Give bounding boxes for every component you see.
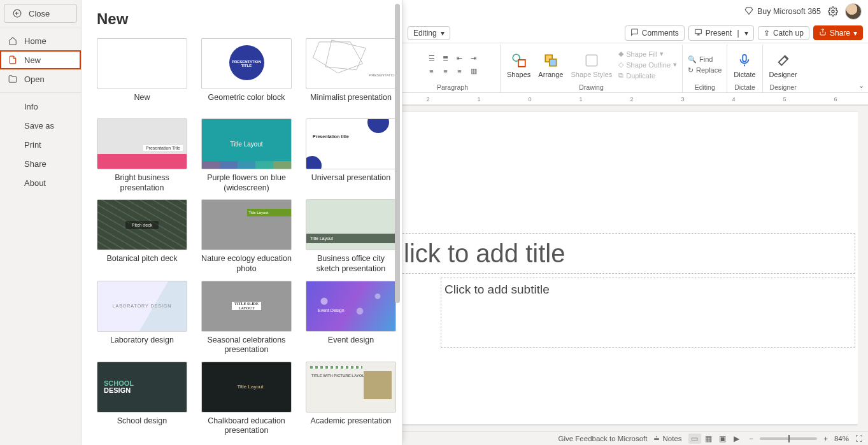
close-button[interactable]: Close [4,4,77,23]
arrange-button[interactable]: Arrange [536,50,566,80]
shape-styles-button[interactable]: Shape Styles [568,50,615,80]
shape-fill-button[interactable]: ◆Shape Fill ▾ [617,49,678,59]
replace-button[interactable]: ↻Replace [687,66,723,75]
share-icon [819,28,827,38]
ribbon-expand-chevron-icon[interactable]: ⌄ [858,81,864,90]
indent-decrease-icon[interactable]: ⇤ [454,53,466,64]
template-school[interactable]: SCHOOLDESIGN School design [97,362,187,436]
catchup-label: Catch up [773,29,804,38]
shapes-icon [510,52,528,69]
feedback-link[interactable]: Give Feedback to Microsoft [559,435,648,442]
svg-text:5: 5 [783,96,786,102]
slide[interactable]: lick to add title Click to add subtitle [402,112,868,424]
normal-view-icon[interactable]: ▭ [688,434,701,444]
template-new[interactable]: New [97,38,187,112]
save-as-nav[interactable]: Save as [0,116,81,135]
align-right-icon[interactable]: ≡ [454,66,466,77]
editing-mode-dropdown[interactable]: Editing ▾ [408,26,450,40]
template-geometric[interactable]: PRESENTATION TITLE Geometric color block [201,38,292,112]
svg-rect-1 [695,29,701,34]
share-button[interactable]: Share ▾ [813,25,863,40]
new-nav[interactable]: New [0,50,81,69]
home-nav[interactable]: Home [0,31,81,50]
new-file-icon [8,55,18,65]
shape-styles-icon [583,52,601,69]
template-label: Botanical pitch deck [97,254,187,273]
zoom-in-button[interactable]: + [823,435,828,442]
share-nav[interactable]: Share [0,154,81,173]
shape-outline-button[interactable]: ◇Shape Outline ▾ [617,60,678,69]
slideshow-view-icon[interactable]: ▶ [730,434,743,444]
duplicate-button[interactable]: ⧉Duplicate [617,71,678,80]
numbering-icon[interactable]: ≣ [440,53,452,64]
open-nav[interactable]: Open [0,69,81,88]
template-event[interactable]: Event Design Event design [306,281,396,355]
vertical-scrollbar[interactable] [858,106,868,431]
mic-icon [736,52,753,69]
reading-view-icon[interactable]: ▣ [716,434,729,444]
template-thumb: Title Layout [201,199,292,250]
comments-button[interactable]: Comments [625,25,685,41]
svg-rect-7 [743,54,747,61]
columns-icon[interactable]: ▥ [468,66,480,77]
catchup-button[interactable]: ⇪ Catch up [758,26,809,40]
template-business-office[interactable]: Business office city sketch presentation [306,199,396,274]
template-thumb: TITLE SLIDE LAYOUT [201,281,292,332]
template-chalkboard[interactable]: Title Layout Chalkboard education presen… [201,362,292,436]
template-thumb: Event Design [306,281,396,332]
paragraph-icons: ☰ ≣ ⇤ ⇥ ≡ ≡ ≡ ▥ [426,53,480,77]
slide-canvas[interactable]: lick to add title Click to add subtitle [402,106,868,431]
about-nav[interactable]: About [0,173,81,192]
info-nav[interactable]: Info [0,97,81,116]
title-placeholder[interactable]: lick to add title [402,239,868,268]
fit-to-window-icon[interactable]: ⛶ [855,435,863,442]
template-purple-flowers[interactable]: Title Layout Purple flowers on blue (wid… [201,118,292,193]
template-botanical[interactable]: Pitch deck Botanical pitch deck [97,199,187,274]
template-label: Laboratory design [97,336,187,355]
align-center-icon[interactable]: ≡ [440,66,452,77]
template-academic[interactable]: TITLE WITH PICTURE LAYOUT Academic prese… [306,362,396,436]
close-label: Close [29,9,50,18]
find-button[interactable]: 🔍Find [687,55,723,64]
template-label: Chalkboard education presentation [201,416,292,436]
template-seasonal[interactable]: TITLE SLIDE LAYOUT Seasonal celebrations… [201,281,292,355]
template-label: Purple flowers on blue (widescreen) [201,173,292,193]
templates-scrollbar[interactable] [395,4,400,303]
notes-toggle[interactable]: ≐ Notes [653,434,681,443]
indent-increase-icon[interactable]: ⇥ [468,53,480,64]
buy-m365-button[interactable]: Buy Microsoft 365 [744,6,821,17]
print-nav[interactable]: Print [0,135,81,154]
shapes-label: Shapes [507,71,530,78]
zoom-out-button[interactable]: − [750,435,754,442]
sorter-view-icon[interactable]: ▦ [702,434,715,444]
user-avatar[interactable] [845,3,862,20]
zoom-slider[interactable] [760,437,817,440]
template-laboratory[interactable]: LABORATORY DESIGN Laboratory design [97,281,187,355]
subtitle-placeholder[interactable]: Click to add subtitle [445,283,550,297]
shapes-button[interactable]: Shapes [504,50,533,80]
dictate-button[interactable]: Dictate [731,50,758,80]
template-universal[interactable]: Presentation title Universal presentatio… [306,118,396,193]
zoom-level[interactable]: 84% [834,435,849,442]
bullets-icon[interactable]: ☰ [426,53,438,64]
comment-icon [630,28,639,38]
svg-text:1: 1 [477,96,480,102]
template-nature-ecology[interactable]: Title Layout Nature ecology education ph… [201,199,292,274]
present-button[interactable]: Present | ▾ [688,25,754,41]
template-label: New [97,93,187,112]
ribbon: ☰ ≣ ⇤ ⇥ ≡ ≡ ≡ ▥ Paragraph Shapes [402,43,868,93]
svg-rect-5 [550,59,557,66]
view-switcher: ▭ ▦ ▣ ▶ [688,434,743,444]
settings-gear-icon[interactable] [827,6,839,17]
svg-text:6: 6 [834,96,837,102]
replace-icon: ↻ [688,66,694,74]
template-thumb: PRESENTATION TITLE [201,38,292,89]
folder-icon [8,74,18,84]
align-left-icon[interactable]: ≡ [426,66,438,77]
template-minimalist[interactable]: PRESENTATION TITLE Minimalist presentati… [306,38,396,112]
svg-text:2: 2 [630,96,633,102]
template-thumb: LABORATORY DESIGN [97,281,187,332]
backstage-sidebar: Close Home New Open Info Save as Print S… [0,0,82,445]
designer-button[interactable]: Designer [767,50,800,80]
template-bright-business[interactable]: Bright business presentation [97,118,187,193]
